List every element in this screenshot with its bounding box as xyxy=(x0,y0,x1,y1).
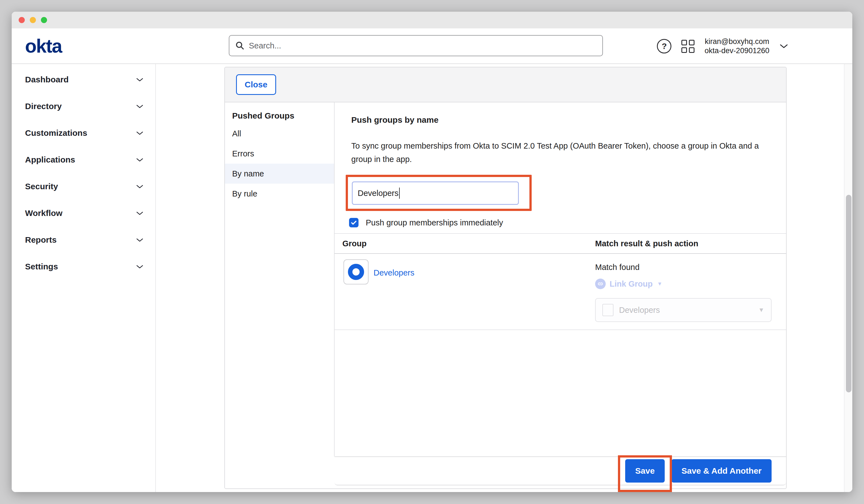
sidebar-item-label: Customizations xyxy=(25,128,87,138)
group-avatar xyxy=(344,260,369,285)
window-titlebar xyxy=(12,12,852,28)
okta-logo[interactable]: okta xyxy=(25,35,62,57)
chevron-down-icon xyxy=(136,264,144,269)
push-immediately-checkbox[interactable] xyxy=(349,218,359,227)
chevron-down-icon xyxy=(136,157,144,162)
chevron-down-icon xyxy=(136,77,144,82)
account-email: kiran@boxyhq.com xyxy=(705,37,769,46)
sidebar-item-label: Workflow xyxy=(25,208,62,218)
group-search-input[interactable]: Developers xyxy=(352,181,519,205)
table-header: Group Match result & push action xyxy=(335,234,786,254)
pushed-groups-title: Pushed Groups xyxy=(225,108,334,123)
app-switcher-icon[interactable] xyxy=(681,40,695,53)
annotation-highlight-input: Developers xyxy=(346,175,532,211)
pushed-groups-tab-by-name[interactable]: By name xyxy=(225,164,334,184)
okta-group-icon xyxy=(348,264,364,280)
dropdown-checkbox-icon xyxy=(602,304,613,316)
save-add-another-button[interactable]: Save & Add Another xyxy=(671,459,771,482)
account-org: okta-dev-20901260 xyxy=(705,46,769,56)
sidebar-item-reports[interactable]: Reports xyxy=(12,227,155,253)
main-content: Close Pushed Groups All Errors By name B… xyxy=(156,64,844,492)
group-link[interactable]: Developers xyxy=(374,268,415,277)
close-window-icon[interactable] xyxy=(19,17,25,23)
sidebar-item-workflow[interactable]: Workflow xyxy=(12,200,155,227)
page-scrollbar[interactable] xyxy=(844,64,852,492)
sidebar-item-label: Applications xyxy=(25,155,75,165)
scrollbar-thumb[interactable] xyxy=(846,195,851,393)
sidebar-item-customizations[interactable]: Customizations xyxy=(12,120,155,146)
text-cursor xyxy=(399,188,400,199)
chevron-down-icon xyxy=(136,131,144,135)
dropdown-caret-icon: ▼ xyxy=(758,307,764,314)
pushed-groups-nav: Pushed Groups All Errors By name By rule xyxy=(225,103,335,456)
link-group-label: Link Group xyxy=(610,279,653,289)
checkmark-icon xyxy=(350,219,357,226)
column-header-group: Group xyxy=(335,239,595,248)
close-button[interactable]: Close xyxy=(236,74,276,95)
pushed-groups-tab-by-rule[interactable]: By rule xyxy=(225,184,334,204)
link-group-button[interactable]: Link Group ▼ xyxy=(595,279,786,289)
page-title: Push groups by name xyxy=(351,114,786,126)
sidebar-item-label: Settings xyxy=(25,262,58,271)
sidebar-item-label: Directory xyxy=(25,101,62,111)
app-group-dropdown[interactable]: Developers ▼ xyxy=(595,298,771,322)
browser-window: okta ? kiran@boxyhq.com okta-dev-2090126… xyxy=(12,12,852,492)
link-icon xyxy=(595,279,606,289)
sidebar-item-label: Reports xyxy=(25,235,57,244)
chevron-down-icon xyxy=(136,211,144,216)
empty-space xyxy=(335,330,786,456)
save-button[interactable]: Save xyxy=(625,459,665,482)
sidebar-item-dashboard[interactable]: Dashboard xyxy=(12,66,155,93)
dropdown-selected-value: Developers xyxy=(619,305,660,315)
pushed-groups-tab-all[interactable]: All xyxy=(225,123,334,144)
zoom-window-icon[interactable] xyxy=(41,17,47,23)
table-row: Developers Match found xyxy=(335,254,786,330)
main-sidebar: Dashboard Directory Customizations Appli… xyxy=(12,64,156,492)
chevron-down-icon xyxy=(136,184,144,189)
column-header-match: Match result & push action xyxy=(595,239,786,248)
save-button-wrap: Save xyxy=(625,459,665,482)
push-groups-panel: Close Pushed Groups All Errors By name B… xyxy=(224,67,787,489)
minimize-window-icon[interactable] xyxy=(30,17,36,23)
grid-cell xyxy=(681,40,687,45)
sidebar-item-security[interactable]: Security xyxy=(12,173,155,200)
push-immediately-label: Push group memberships immediately xyxy=(366,218,503,227)
match-status: Match found xyxy=(595,263,786,272)
sidebar-item-directory[interactable]: Directory xyxy=(12,93,155,120)
sidebar-item-label: Dashboard xyxy=(25,75,69,84)
group-search-input-value: Developers xyxy=(358,189,399,198)
pushed-groups-tab-errors[interactable]: Errors xyxy=(225,144,334,164)
search-icon xyxy=(235,41,245,51)
account-menu[interactable]: kiran@boxyhq.com okta-dev-20901260 xyxy=(705,37,769,56)
grid-cell xyxy=(689,40,695,45)
grid-cell xyxy=(689,47,695,53)
panel-toolbar: Close xyxy=(225,67,786,103)
push-immediately-row: Push group memberships immediately xyxy=(349,218,786,228)
account-chevron-down-icon[interactable] xyxy=(779,44,788,49)
page-description: To sync group memberships from Okta to S… xyxy=(351,139,769,166)
chevron-down-icon xyxy=(136,238,144,242)
link-group-caret-icon: ▼ xyxy=(657,281,662,287)
panel-footer: Save Save & Add Another xyxy=(335,456,786,485)
sidebar-item-settings[interactable]: Settings xyxy=(12,253,155,280)
app-header: okta ? kiran@boxyhq.com okta-dev-2090126… xyxy=(12,28,852,64)
global-search[interactable] xyxy=(229,35,603,56)
sidebar-item-label: Security xyxy=(25,182,58,191)
help-icon[interactable]: ? xyxy=(657,39,671,53)
search-input[interactable] xyxy=(249,41,597,50)
sidebar-item-applications[interactable]: Applications xyxy=(12,146,155,173)
chevron-down-icon xyxy=(136,104,144,109)
grid-cell xyxy=(681,47,687,53)
